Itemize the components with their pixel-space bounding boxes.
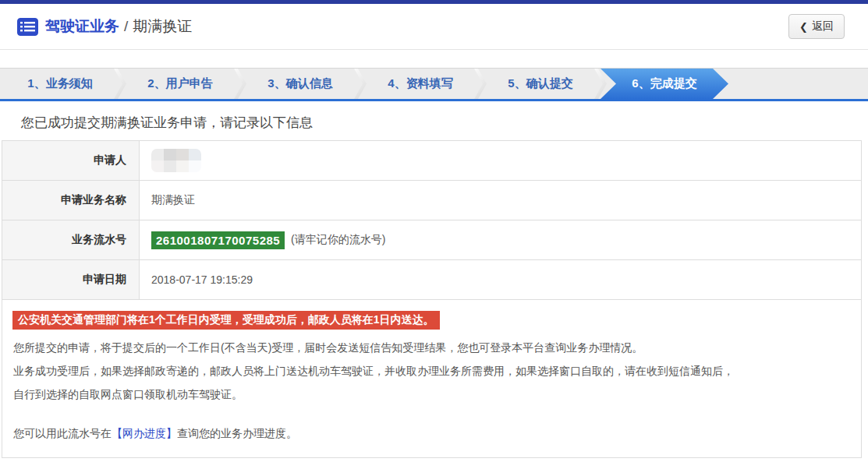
step-label: 2、用户申告: [147, 76, 212, 91]
breadcrumb-separator: /: [124, 18, 128, 34]
table-row-business-name: 申请业务名称 期满换证: [2, 181, 862, 220]
back-button[interactable]: ❮ 返回: [788, 14, 845, 39]
redacted-applicant-name: [151, 149, 201, 172]
chevron-left-icon: ❮: [799, 21, 808, 33]
step-3-confirm-info: 3、确认信息: [240, 69, 360, 99]
application-info-table: 申请人 申请业务名称 期满换证 业务流水号 261001807170075285…: [2, 140, 862, 300]
notice-line-1: 您所提交的申请，将于提交后的一个工作日(不含当天)受理，届时会发送短信告知受理结…: [12, 336, 852, 359]
row-value: 2018-07-17 19:15:29: [140, 260, 862, 300]
breadcrumb-service-category: 驾驶证业务: [45, 18, 119, 34]
step-5-confirm-submit: 5、确认提交: [480, 69, 601, 99]
progress-hint-suffix: 查询您的业务办理进度。: [177, 427, 297, 439]
notice-line-2: 业务成功受理后，如果选择邮政寄递的，邮政人员将上门送达机动车驾驶证，并收取办理业…: [12, 359, 852, 383]
online-progress-link[interactable]: 【网办进度】: [112, 427, 177, 439]
progress-hint-prefix: 您可以用此流水号在: [13, 427, 112, 439]
step-label: 3、确认信息: [267, 76, 332, 91]
breadcrumb: 驾驶证业务/期满换证: [45, 16, 192, 37]
progress-query-hint: 您可以用此流水号在【网办进度】查询您的业务办理进度。: [12, 427, 852, 441]
row-label: 申请人: [2, 141, 140, 181]
row-value: 261001807170075285 (请牢记你的流水号): [140, 220, 862, 260]
step-6-complete-submit: 6、完成提交: [601, 69, 728, 99]
step-1-business-notice: 1、业务须知: [0, 69, 120, 99]
serial-number-badge: 261001807170075285: [151, 231, 285, 249]
table-row-apply-date: 申请日期 2018-07-17 19:15:29: [2, 260, 862, 300]
success-heading: 您已成功提交期满换证业务申请，请记录以下信息: [21, 114, 868, 132]
step-label: 1、业务须知: [27, 76, 92, 91]
page-header: 驾驶证业务/期满换证 ❮ 返回: [0, 4, 868, 50]
row-value: [140, 141, 862, 181]
table-row-applicant: 申请人: [2, 141, 862, 181]
serial-number-note: (请牢记你的流水号): [291, 233, 385, 245]
step-4-fill-data: 4、资料填写: [360, 69, 480, 99]
notice-line-3: 自行到选择的自取网点窗口领取机动车驾驶证。: [12, 383, 852, 406]
step-progress-bar: 1、业务须知 2、用户申告 3、确认信息 4、资料填写 5、确认提交 6、完成提…: [0, 68, 868, 101]
row-label: 申请日期: [2, 260, 140, 300]
breadcrumb-current-page: 期满换证: [133, 18, 192, 34]
step-label: 4、资料填写: [388, 76, 452, 91]
step-2-user-declaration: 2、用户申告: [120, 69, 240, 99]
processing-alert-banner: 公安机关交通管理部门将在1个工作日内受理，受理成功后，邮政人员将在1日内送达。: [12, 311, 440, 330]
row-value: 期满换证: [140, 181, 862, 220]
back-button-label: 返回: [812, 19, 834, 34]
row-label: 业务流水号: [2, 220, 140, 260]
row-label: 申请业务名称: [2, 181, 140, 220]
step-label: 6、完成提交: [632, 76, 696, 91]
table-row-serial-number: 业务流水号 261001807170075285 (请牢记你的流水号): [2, 220, 862, 260]
list-icon: [17, 18, 38, 36]
notice-section: 公安机关交通管理部门将在1个工作日内受理，受理成功后，邮政人员将在1日内送达。 …: [2, 300, 862, 458]
step-label: 5、确认提交: [508, 76, 572, 91]
